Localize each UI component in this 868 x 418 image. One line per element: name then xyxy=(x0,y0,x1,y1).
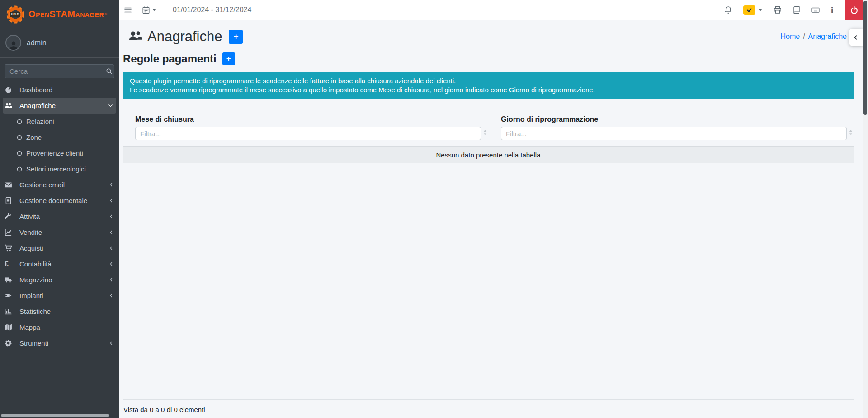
add-rule-button[interactable]: + xyxy=(222,52,235,65)
users-icon xyxy=(128,29,142,45)
sidebar-item-dashboard[interactable]: Dashboard xyxy=(0,82,119,98)
column-header-label: Giorno di riprogrammazione xyxy=(501,115,847,124)
cart-icon xyxy=(5,244,16,252)
user-icon xyxy=(9,40,19,50)
check-icon xyxy=(746,7,752,13)
brand-gear-icon: OSM xyxy=(5,5,25,24)
power-icon xyxy=(850,6,859,14)
column-giorno-di-riprogrammazione: Giorno di riprogrammazione xyxy=(488,115,854,140)
filter-input-giorno[interactable] xyxy=(501,127,847,140)
side-panel-toggle[interactable] xyxy=(849,28,863,46)
search-button[interactable] xyxy=(104,64,114,78)
bar-chart-icon xyxy=(5,308,16,315)
caret-down-icon xyxy=(152,8,156,12)
sidebar-item-anagrafiche[interactable]: Anagrafiche xyxy=(3,98,116,114)
euro-icon: € xyxy=(5,261,16,268)
sidebar-subitem-provenienze-clienti[interactable]: Provenienze clienti xyxy=(0,145,119,161)
column-header-label: Mese di chiusura xyxy=(135,115,481,124)
chevron-down-icon xyxy=(108,103,113,109)
search-icon xyxy=(106,68,113,75)
breadcrumb-home-link[interactable]: Home xyxy=(780,33,800,41)
info-line-1: Questo plugin permette di riprogrammare … xyxy=(130,76,847,86)
table-footer: Vista da 0 a 0 di 0 elementi xyxy=(123,399,854,415)
wrench-icon xyxy=(5,213,16,220)
chevron-left-icon xyxy=(108,245,114,251)
document-icon xyxy=(5,197,16,204)
info-icon[interactable]: i xyxy=(830,5,834,15)
username-link[interactable]: admin xyxy=(27,39,47,47)
brand-name: OpenSTAManager xyxy=(28,9,104,19)
circle-outline-icon xyxy=(16,119,23,125)
sidebar-item-contabilita[interactable]: € Contabilità xyxy=(0,256,119,272)
printer-icon[interactable] xyxy=(774,6,782,14)
main-content: Anagrafiche + Home / Anagrafiche Regole … xyxy=(119,20,863,418)
topbar: 01/01/2024 - 31/12/2024 i xyxy=(119,0,863,20)
sidebar-item-statistiche[interactable]: Statistiche xyxy=(0,304,119,319)
sidebar-horizontal-scrollbar[interactable] xyxy=(1,414,109,417)
sidebar-item-mappa[interactable]: Mappa xyxy=(0,319,119,335)
users-icon xyxy=(5,102,16,109)
date-range-label[interactable]: 01/01/2024 - 31/12/2024 xyxy=(173,6,251,14)
brand-link[interactable]: OSM OpenSTAManager® xyxy=(0,0,119,29)
bell-icon[interactable] xyxy=(724,6,732,14)
sidebar-item-magazzino[interactable]: Magazzino xyxy=(0,272,119,288)
info-line-2: Le scadenze verranno riprogrammate il me… xyxy=(130,86,847,95)
chevron-left-icon xyxy=(108,293,114,299)
vertical-scrollbar-thumb[interactable] xyxy=(863,1,867,115)
chevron-left-icon xyxy=(108,182,114,188)
filter-input-mese[interactable] xyxy=(135,127,481,140)
sidebar-item-acquisti[interactable]: Acquisti xyxy=(0,240,119,256)
chevron-left-icon xyxy=(108,214,114,219)
caret-down-icon xyxy=(758,8,763,12)
vertical-scrollbar xyxy=(863,0,868,418)
truck-icon xyxy=(5,276,16,284)
chevron-left-icon xyxy=(853,34,859,41)
chevron-left-icon xyxy=(108,229,114,235)
plugin-info-box: Questo plugin permette di riprogrammare … xyxy=(123,72,854,99)
chevron-left-icon xyxy=(108,340,114,346)
rules-table-header: Mese di chiusura Giorno di riprogrammazi… xyxy=(123,115,854,140)
circle-outline-icon xyxy=(16,166,23,172)
breadcrumb-separator: / xyxy=(803,33,805,41)
sort-carets-icon[interactable] xyxy=(849,130,853,135)
brand-registered-mark: ® xyxy=(104,12,107,16)
chevron-left-icon xyxy=(108,277,114,283)
brand-osm-label: OSM xyxy=(9,12,21,17)
dashboard-icon xyxy=(5,86,16,94)
chevron-left-icon xyxy=(108,198,114,204)
sidebar-menu: Dashboard Anagrafiche Relazioni Zone Pro… xyxy=(0,82,119,351)
gear-icon xyxy=(5,339,16,347)
user-panel: admin xyxy=(0,29,119,58)
chart-line-icon xyxy=(5,228,16,236)
plug-icon xyxy=(5,292,16,299)
add-record-button[interactable]: + xyxy=(229,30,243,44)
sidebar-item-gestione-email[interactable]: Gestione email xyxy=(0,177,119,193)
sidebar-item-attivita[interactable]: Attività xyxy=(0,209,119,224)
sidebar-item-impianti[interactable]: Impianti xyxy=(0,288,119,304)
table-empty-row: Nessun dato presente nella tabella xyxy=(123,146,854,163)
sort-carets-icon[interactable] xyxy=(483,130,487,135)
section-title: Regole pagamenti xyxy=(123,52,217,65)
period-selector[interactable] xyxy=(142,6,156,14)
sidebar-item-vendite[interactable]: Vendite xyxy=(0,224,119,240)
breadcrumb: Home / Anagrafiche xyxy=(780,33,847,41)
empty-message: Nessun dato presente nella tabella xyxy=(436,151,541,159)
status-dropdown[interactable] xyxy=(743,5,763,15)
logout-power-button[interactable] xyxy=(845,0,863,20)
search-input[interactable] xyxy=(5,64,104,78)
column-mese-di-chiusura: Mese di chiusura xyxy=(123,115,488,140)
sidebar-subitem-zone[interactable]: Zone xyxy=(0,129,119,145)
breadcrumb-current-link[interactable]: Anagrafiche xyxy=(808,33,847,41)
sidebar-subitem-settori-merceologici[interactable]: Settori merceologici xyxy=(0,161,119,177)
sidebar-item-gestione-documentale[interactable]: Gestione documentale xyxy=(0,193,119,209)
sidebar: OSM OpenSTAManager® admin Dashboard Anag… xyxy=(0,0,119,418)
map-icon xyxy=(5,323,16,331)
page-title: Anagrafiche xyxy=(147,28,222,45)
avatar[interactable] xyxy=(5,35,21,51)
keyboard-icon[interactable] xyxy=(811,6,820,14)
sidebar-item-strumenti[interactable]: Strumenti xyxy=(0,335,119,351)
sidebar-subitem-relazioni[interactable]: Relazioni xyxy=(0,114,119,129)
hamburger-menu-icon[interactable] xyxy=(124,6,132,14)
book-icon[interactable] xyxy=(793,6,801,14)
circle-outline-icon xyxy=(16,134,23,141)
